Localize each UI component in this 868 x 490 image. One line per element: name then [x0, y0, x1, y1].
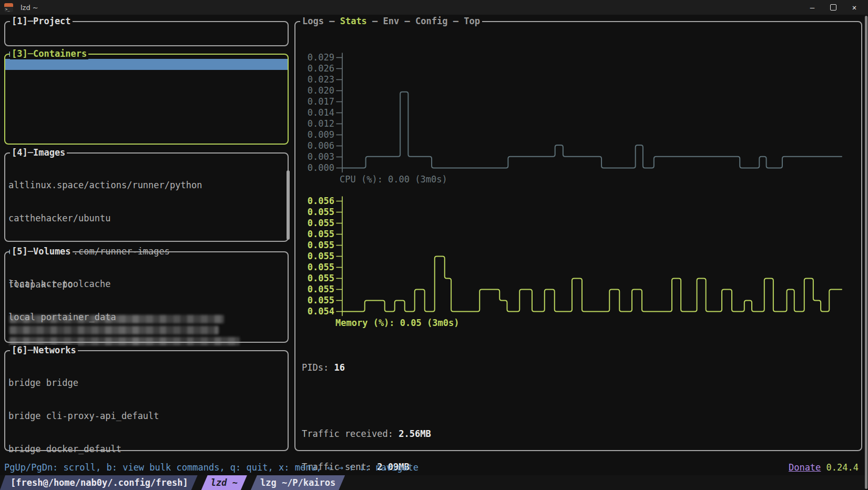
- memory-chart: 0.0560.0550.0550.0550.0550.0550.0550.055…: [295, 196, 861, 318]
- cpu-chart-caption: CPU (%): 0.00 (3m0s): [340, 174, 861, 185]
- project-panel[interactable]: [1]─Project nab0y: [4, 21, 289, 46]
- image-item[interactable]: altlinux.space/actions/runner/python: [8, 180, 284, 191]
- main-panel-tabs: Logs — Stats — Env — Config — Top: [300, 16, 482, 27]
- memory-chart-caption: Memory (%): 0.05 (3m0s): [335, 318, 861, 329]
- tab-stats[interactable]: Stats: [340, 16, 367, 26]
- app-icon: [4, 3, 13, 12]
- container-row-selected[interactable]: runninggitea-act-runner0.00%gitea/act_ru…: [5, 59, 288, 70]
- terminal-content: [1]─Project nab0y [3]─Containers running…: [0, 15, 868, 490]
- traffic-received-label: Traffic received:: [302, 428, 399, 439]
- keybind-hints: PgUp/PgDn: scroll, b: view bulk commands…: [4, 462, 418, 473]
- project-panel-title: [1]─Project: [10, 16, 73, 27]
- stats-panel[interactable]: Logs — Stats — Env — Config — Top 0.0290…: [294, 21, 862, 451]
- donate-link[interactable]: Donate: [789, 462, 821, 473]
- titlebar: lzd ~ – ✕: [0, 0, 868, 15]
- containers-panel-title: [3]─Containers: [10, 48, 88, 59]
- cpu-chart-plot: [334, 52, 860, 174]
- volume-item[interactable]: local portainer_data: [8, 312, 284, 323]
- maximize-icon: [830, 4, 836, 11]
- containers-panel[interactable]: [3]─Containers runninggitea-act-runner0.…: [4, 54, 289, 145]
- network-item[interactable]: bridge cli-proxy-api_default: [8, 411, 284, 422]
- image-item[interactable]: catthehacker/ubuntu: [8, 213, 284, 224]
- traffic-received-line: Traffic received: 2.56MB: [302, 428, 861, 440]
- memory-chart-plot: [334, 196, 860, 318]
- tmux-window-lzg[interactable]: lzg ~/P/kairos: [251, 475, 345, 490]
- tab-top[interactable]: Top: [464, 16, 480, 26]
- network-item[interactable]: bridge docker_default: [8, 444, 284, 455]
- window-controls: – ✕: [802, 0, 865, 15]
- networks-panel[interactable]: [6]─Networks bridge bridge bridge cli-pr…: [4, 350, 289, 451]
- images-panel-title: [4]─Images: [10, 147, 67, 158]
- maximize-button[interactable]: [823, 0, 844, 15]
- minimize-button[interactable]: –: [802, 0, 823, 15]
- volumes-panel-title: [5]─Volumes: [10, 246, 73, 257]
- tab-separator: —: [447, 16, 464, 26]
- pids-value: 16: [334, 362, 344, 373]
- cpu-chart-y-axis: 0.0290.0260.0230.0200.0170.0140.0120.009…: [295, 52, 334, 173]
- tab-separator: —: [324, 16, 340, 26]
- tmux-status-bar: [fresh@/home/nab0y/.config/fresh] lzd ~ …: [0, 475, 868, 490]
- status-row: PgUp/PgDn: scroll, b: view bulk commands…: [0, 462, 868, 473]
- network-item[interactable]: bridge bridge: [8, 377, 284, 389]
- memory-chart-y-axis: 0.0560.0550.0550.0550.0550.0550.0550.055…: [295, 196, 334, 317]
- tab-config[interactable]: Config: [415, 16, 447, 26]
- close-button[interactable]: ✕: [844, 0, 865, 15]
- tab-logs[interactable]: Logs: [302, 16, 324, 26]
- tab-separator: —: [399, 16, 415, 26]
- terminal-window: lzd ~ – ✕ [1]─Project nab0y [3]─Containe…: [0, 0, 868, 490]
- tab-separator: —: [367, 16, 383, 26]
- traffic-received-value: 2.56MB: [399, 428, 431, 439]
- pids-label: PIDs:: [302, 362, 334, 373]
- tmux-session-segment: [fresh@/home/nab0y/.config/fresh]: [0, 475, 198, 490]
- cpu-chart: 0.0290.0260.0230.0200.0170.0140.0120.009…: [295, 52, 861, 174]
- pids-line: PIDs: 16: [302, 362, 861, 373]
- donate-version: Donate0.24.4: [789, 462, 859, 473]
- terminal-scrollbar[interactable]: [865, 16, 867, 489]
- tab-env[interactable]: Env: [383, 16, 400, 26]
- networks-panel-title: [6]─Networks: [10, 345, 78, 356]
- volumes-panel[interactable]: [5]─Volumes local act-toolcache local po…: [4, 251, 289, 343]
- app-version: 0.24.4: [826, 462, 859, 473]
- volume-item[interactable]: local act-toolcache: [8, 279, 284, 290]
- window-title: lzd ~: [21, 4, 38, 12]
- images-panel[interactable]: [4]─Images altlinux.space/actions/runner…: [4, 152, 289, 242]
- images-scrollbar[interactable]: [287, 170, 290, 240]
- tmux-window-lzd[interactable]: lzd ~: [201, 475, 247, 490]
- blank-line: [302, 395, 861, 406]
